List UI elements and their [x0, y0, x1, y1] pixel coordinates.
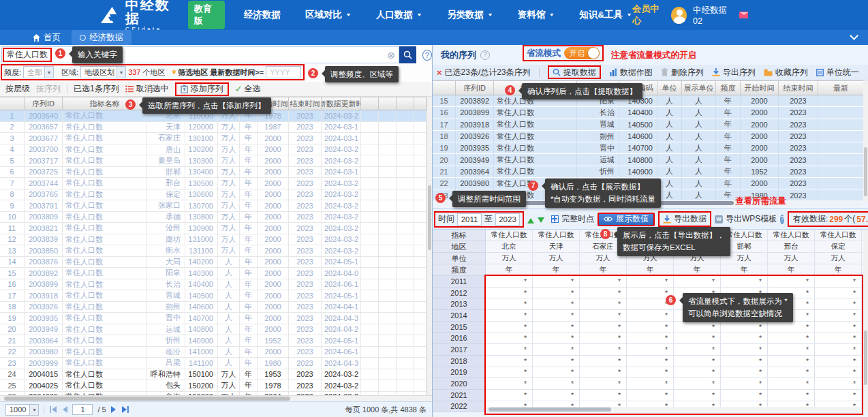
table-row[interactable]: 92003791常住人口数张家口130700万人年200020232024-03… [0, 200, 427, 212]
search-button[interactable] [399, 46, 416, 63]
table-row[interactable]: 52003717常住人口数秦皇岛130300万人年200020232024-03… [0, 155, 427, 167]
export-data-button[interactable]: 导出数据 [658, 211, 711, 227]
table-row[interactable]: 62003725常住人口数邯郸130400万人年200020232024-03-… [0, 167, 427, 179]
time-from-input[interactable]: 2011 [457, 213, 482, 226]
next-page-button[interactable] [111, 406, 117, 413]
table-row[interactable]: 202003949常住人口数运城140800人人年20002023 [433, 154, 864, 166]
table-row[interactable]: 162003899常住人口数长治140400人人年20002023 [433, 107, 864, 119]
grid-horizontal-scrollbar[interactable] [487, 407, 861, 412]
cell: 20 [433, 154, 456, 166]
table-row[interactable]: 202003949常住人口数运城140800人年200020232024-04-… [0, 324, 427, 336]
chevron-down-icon[interactable] [850, 31, 858, 40]
left-table-vertical-scrollbar[interactable] [427, 97, 432, 395]
info-icon[interactable]: ? [780, 215, 784, 224]
show-values-button[interactable]: 展示数值 [598, 213, 655, 226]
move-up-icon[interactable] [527, 215, 534, 223]
frequency-select[interactable]: 全部 ▾ [23, 66, 54, 78]
table-row[interactable]: 32003677常住人口数石家庄130100万人年200020232024-03… [0, 133, 427, 144]
current-username[interactable]: 中经数据02 [693, 5, 733, 26]
table-row[interactable]: 72003744常住人口数邢台130500万人年200020232024-03-… [0, 178, 427, 189]
menu-item-区域对比[interactable]: 区域对比▼ [305, 9, 352, 21]
table-row[interactable]: 172003918常住人口数晋城140500人年200020232024-05-… [0, 290, 427, 302]
table-row[interactable]: 152003892常住人口数阳泉140300人年200020232024-04-… [0, 268, 427, 279]
delete-series-button[interactable]: 删除序列 [661, 67, 704, 78]
tab-economic-data[interactable]: 经济数据 [72, 30, 131, 45]
mail-icon[interactable] [739, 12, 748, 18]
prev-page-button[interactable] [62, 406, 67, 413]
scrollbar-thumb[interactable] [474, 201, 734, 205]
ceidata-logo[interactable]: 中经数据 CEIdata [99, 0, 181, 33]
help-icon[interactable]: ? [480, 50, 490, 60]
by-series-tab[interactable]: 按序列 [36, 83, 61, 95]
table-row[interactable]: 112003821常住人口数沧州130900万人年200020232024-03… [0, 223, 427, 234]
cell: 2003892 [25, 268, 63, 279]
table-row[interactable]: 182003926常住人口数朔州140600人年200020232024-04-… [0, 302, 427, 313]
scrollbar-thumb[interactable] [4, 397, 290, 401]
cell: 2024-04-2 [322, 324, 361, 336]
menu-item-另类数据[interactable]: 另类数据▼ [447, 9, 493, 21]
table-row[interactable]: 142003876常住人口数大同140200人年200020232024-05-… [0, 257, 427, 268]
table-row[interactable]: 252004025常住人口数包头150200万人年197820232024-03… [0, 380, 427, 392]
search-input[interactable]: 常住人口数 1 输入关键字 ⊗ [1, 46, 399, 63]
unify-units-button[interactable]: 单位统一 [816, 67, 859, 78]
table-row[interactable]: 182003926常住人口数朔州140600人人年20002023 [433, 131, 864, 142]
table-row[interactable]: 122003839常住人口数廊坊131000万人年200020232024-03… [0, 234, 427, 246]
chart-data-button[interactable]: 数据作图 [609, 67, 653, 78]
table-row[interactable]: 12003640常住人口数北京110000万人年197820232024-03-… [0, 110, 427, 122]
extract-data-button[interactable]: 提取数据 [548, 65, 601, 79]
table-row[interactable]: 172003918常住人口数晋城140500人人年20002023 [433, 119, 864, 131]
region-select[interactable]: 地级区划 ▾ [80, 66, 126, 78]
table-row[interactable]: 242004015常住人口数呼和浩特150100万人年195320232024-… [0, 369, 427, 381]
select-all-button[interactable]: ✓ 全选 [235, 83, 261, 95]
table-row[interactable]: 222003980常住人口数临汾141000人人年20002023 [433, 178, 864, 189]
scrollbar-thumb[interactable] [428, 185, 431, 250]
scrollbar-thumb[interactable] [489, 407, 611, 412]
menu-item-人口数据[interactable]: 人口数据▼ [376, 9, 422, 21]
by-level-tab[interactable]: 按层级 [5, 83, 30, 95]
favorite-series-button[interactable]: 收藏序列 [764, 67, 808, 78]
traffic-saver-toggle[interactable]: 开启 [564, 47, 600, 59]
current-page-input[interactable]: 1 [72, 404, 93, 415]
menu-item-资料馆[interactable]: 资料馆▼ [518, 9, 555, 21]
table-row[interactable]: 42003700常住人口数唐山130200万人年200020232024-03-… [0, 144, 427, 156]
scrollbar-thumb[interactable] [864, 147, 867, 196]
table-row[interactable]: 82003765常住人口数保定130600万人年200020232024-03-… [0, 189, 427, 201]
time-to-input[interactable]: 2023 [495, 213, 520, 226]
table-row[interactable]: 212003964常住人口数忻州140900人人年19522023 [433, 166, 864, 178]
table-row[interactable]: 222003980常住人口数临汾141000人年200020232024-06-… [0, 347, 427, 358]
left-table-horizontal-scrollbar[interactable] [0, 395, 432, 401]
user-avatar-icon[interactable] [671, 7, 687, 24]
grid-vertical-scrollbar[interactable] [863, 230, 868, 412]
scrollbar-thumb[interactable] [864, 330, 867, 385]
menu-item-知识&工具[interactable]: 知识&工具▼ [579, 9, 632, 21]
right-table-vertical-scrollbar[interactable] [863, 80, 868, 202]
year-filter-input[interactable]: YYYY [266, 66, 301, 78]
cell: 140400 [619, 107, 657, 119]
table-row[interactable]: 102003809常住人口数承德130800万人年200020232024-03… [0, 212, 427, 223]
help-icon[interactable]: ? [422, 50, 432, 61]
last-page-button[interactable] [121, 406, 129, 413]
deselect-button[interactable]: 取消选中 [125, 83, 169, 95]
right-table-horizontal-scrollbar[interactable] [434, 200, 862, 206]
page-size-select[interactable]: 1000 ▾ [5, 404, 39, 416]
export-series-button[interactable]: 导出序列 [712, 67, 756, 78]
table-row[interactable]: 192003935常住人口数晋中140700人年200020232024-04-… [0, 313, 427, 324]
tab-home[interactable]: 首页 [33, 32, 61, 44]
table-row[interactable]: 152003892常住人口数阳泉140300人人年20002023 [433, 95, 864, 107]
table-row[interactable]: 192003935常住人口数晋中140700人人年20002023 [433, 142, 864, 154]
clear-search-icon[interactable]: ⊗ [387, 50, 395, 61]
deselect-all-button[interactable]: × 已选23条/总计23条序列 [437, 67, 531, 78]
first-page-button[interactable] [49, 406, 57, 413]
table-row[interactable]: 162003899常住人口数长治140400人年200020232024-06-… [0, 279, 427, 291]
table-row[interactable]: 22003657常住人口数天津120000万人年198720232024-03-… [0, 122, 427, 134]
add-series-button[interactable]: 添加序列 [175, 82, 229, 96]
member-center-link[interactable]: 会员中心 [632, 3, 665, 27]
table-row[interactable]: 212003964常住人口数忻州140900人年195220232024-05-… [0, 335, 427, 347]
export-wps-button[interactable]: W 导出WPS模板 [715, 213, 777, 225]
table-row[interactable]: 232003999常住人口数吕梁141100人年198020232024-04-… [0, 358, 427, 369]
menu-item-经济数据[interactable]: 经济数据 [244, 9, 281, 21]
table-row[interactable]: 132003850常住人口数衡水131100万人年200020232024-03… [0, 245, 427, 257]
move-down-icon[interactable] [538, 217, 544, 226]
filter-region-link[interactable]: 筛选地区 [178, 67, 208, 78]
full-timepoint-checkbox[interactable]: 完整时点 [551, 213, 594, 225]
